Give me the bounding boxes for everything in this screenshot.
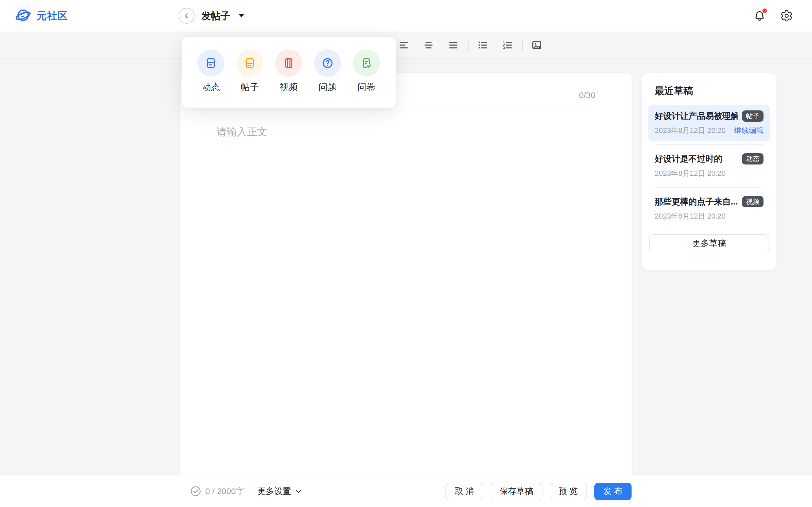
draft-title: 好设计是不过时的 — [655, 154, 722, 164]
more-settings-label: 更多设置 — [257, 486, 291, 497]
save-draft-button[interactable]: 保存草稿 — [490, 483, 542, 500]
survey-icon — [353, 50, 380, 76]
bottom-bar: 0 / 2000字 更多设置 取 消 保存草稿 预 览 发 布 — [0, 475, 812, 507]
settings-gear-icon[interactable] — [780, 10, 793, 22]
draft-date: 2023年8月12日 20:20 — [655, 211, 726, 221]
chevron-down-icon — [295, 488, 302, 495]
bullet-list-icon[interactable] — [477, 40, 488, 51]
notification-dot — [762, 8, 767, 13]
notification-bell-icon[interactable] — [753, 10, 766, 22]
planet-logo-icon — [15, 7, 32, 24]
menu-item-label: 动态 — [202, 82, 220, 94]
back-button[interactable] — [179, 8, 195, 24]
draft-date: 2023年8月12日 20:20 — [655, 168, 726, 179]
menu-item-moment[interactable]: 动态 — [192, 37, 231, 108]
draft-title: 好设计让产品易被理解 — [655, 111, 738, 121]
page-title: 发帖子 — [201, 9, 230, 22]
divider — [655, 144, 763, 145]
post-card-icon — [236, 50, 263, 76]
footer-left: 0 / 2000字 更多设置 — [190, 475, 302, 507]
menu-item-question[interactable]: 问题 — [308, 37, 347, 108]
draft-title: 那些更棒的点子来自... — [655, 196, 738, 207]
video-film-icon — [275, 50, 302, 76]
question-icon — [314, 50, 341, 76]
draft-item[interactable]: 好设计是不过时的 动态 2023年8月12日 20:20 — [648, 148, 770, 184]
menu-item-label: 问题 — [319, 82, 337, 94]
align-center-icon[interactable] — [423, 40, 434, 51]
word-counter: 0 / 2000字 — [205, 486, 244, 497]
draft-type-badge: 帖子 — [742, 110, 763, 122]
cancel-button[interactable]: 取 消 — [446, 483, 483, 500]
footer-actions: 取 消 保存草稿 预 览 发 布 — [446, 475, 631, 507]
check-circle-icon — [190, 486, 201, 497]
menu-item-label: 问卷 — [357, 82, 375, 94]
post-type-caret-icon[interactable] — [239, 14, 244, 17]
preview-button[interactable]: 预 览 — [550, 483, 587, 500]
menu-item-label: 帖子 — [241, 82, 259, 94]
editor-toolbar: 123 — [0, 32, 812, 59]
align-justify-icon[interactable] — [448, 40, 459, 51]
align-left-icon[interactable] — [398, 40, 409, 51]
menu-item-label: 视频 — [280, 82, 298, 94]
recent-drafts-panel: 最近草稿 好设计让产品易被理解 帖子 2023年8月12日 20:20 继续编辑… — [642, 73, 776, 270]
draft-item[interactable]: 好设计让产品易被理解 帖子 2023年8月12日 20:20 继续编辑 — [648, 105, 770, 142]
image-icon[interactable] — [531, 40, 543, 51]
drafts-header: 最近草稿 — [642, 73, 776, 105]
draft-item[interactable]: 那些更棒的点子来自... 视频 2023年8月12日 20:20 — [648, 190, 770, 227]
ordered-list-icon[interactable]: 123 — [502, 40, 513, 51]
title-counter: 0/30 — [579, 90, 596, 100]
feed-card-icon — [198, 50, 225, 76]
top-bar: 元社区 发帖子 — [0, 0, 812, 32]
app-root: 元社区 发帖子 — [0, 0, 812, 507]
divider — [655, 187, 763, 187]
toolbar-divider — [522, 40, 523, 51]
draft-date: 2023年8月12日 20:20 — [655, 126, 726, 136]
menu-item-video[interactable]: 视频 — [269, 37, 308, 108]
post-type-popup: 动态 帖子 视频 问题 — [182, 37, 396, 108]
menu-item-post[interactable]: 帖子 — [231, 37, 269, 108]
brand[interactable]: 元社区 — [0, 7, 68, 24]
continue-editing-link[interactable]: 继续编辑 — [734, 126, 763, 136]
draft-type-badge: 视频 — [742, 196, 763, 207]
brand-name: 元社区 — [37, 9, 68, 22]
toolbar-divider — [468, 40, 469, 51]
editor-card: 0/30 请输入正文 — [181, 73, 631, 475]
publish-button[interactable]: 发 布 — [594, 483, 631, 500]
svg-text:3: 3 — [503, 46, 505, 50]
page-title-group: 发帖子 — [179, 0, 244, 32]
menu-item-survey[interactable]: 问卷 — [347, 37, 386, 108]
body-editor[interactable]: 请输入正文 — [181, 110, 631, 426]
more-settings[interactable]: 更多设置 — [257, 486, 302, 497]
more-drafts-button[interactable]: 更多草稿 — [649, 234, 769, 252]
draft-type-badge: 动态 — [742, 153, 763, 165]
topbar-actions — [753, 10, 812, 22]
